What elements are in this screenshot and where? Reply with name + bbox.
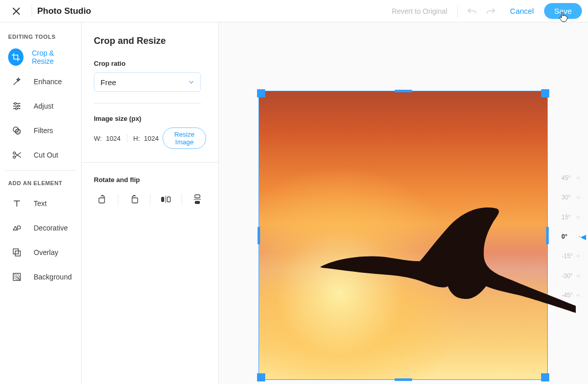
filters-icon <box>8 122 25 139</box>
svg-rect-12 <box>132 198 138 203</box>
sidebar-item-adjust[interactable]: Adjust <box>5 96 76 116</box>
crop-icon <box>8 48 23 66</box>
svg-rect-14 <box>167 197 170 202</box>
svg-point-6 <box>13 156 15 158</box>
divider <box>182 194 182 205</box>
cancel-link[interactable]: Cancel <box>510 7 534 15</box>
redo-icon <box>485 6 496 16</box>
sidebar-item-label: Crop & Resize <box>32 49 73 65</box>
scissors-icon <box>8 146 25 164</box>
sidebar-item-overlay[interactable]: Overlay <box>5 242 76 263</box>
crop-handle-br[interactable] <box>541 373 549 381</box>
sidebar-item-decorative[interactable]: Decorative <box>5 218 76 238</box>
sidebar-item-background[interactable]: Background <box>5 267 76 287</box>
sidebar-item-enhance[interactable]: Enhance <box>5 71 76 92</box>
sidebar-item-label: Background <box>34 273 72 281</box>
sidebar-item-text[interactable]: Text <box>5 193 76 214</box>
crop-ratio-value: Free <box>100 78 116 87</box>
properties-panel: Crop and Resize Crop ratio Free Image si… <box>82 22 219 384</box>
image-size-label: Image size (px) <box>94 115 206 122</box>
width-value: 1024 <box>106 135 121 142</box>
height-value: 1024 <box>144 135 159 142</box>
svg-rect-13 <box>161 197 164 202</box>
divider <box>94 103 201 104</box>
sidebar-item-crop-resize[interactable]: Crop & Resize <box>5 47 76 67</box>
overlay-icon <box>8 244 25 261</box>
pattern-icon <box>8 268 25 286</box>
svg-point-4 <box>15 129 20 134</box>
redo-button[interactable] <box>481 2 500 20</box>
panel-title: Crop and Resize <box>94 36 206 46</box>
flip-vertical-button[interactable] <box>189 191 206 208</box>
sidebar-item-label: Text <box>34 199 47 208</box>
rotation-step[interactable]: -30° <box>561 268 588 284</box>
svg-point-7 <box>17 226 20 229</box>
sidebar-item-label: Overlay <box>34 248 58 257</box>
sidebar-heading-tools: EDITING TOOLS <box>8 34 73 40</box>
shapes-icon <box>8 219 25 237</box>
undo-button[interactable] <box>463 2 481 20</box>
rotate-left-icon <box>129 194 139 204</box>
crop-ratio-dropdown[interactable]: Free <box>94 72 201 92</box>
sidebar-heading-elements: ADD AN ELEMENT <box>8 180 73 186</box>
svg-point-5 <box>13 152 15 154</box>
crop-frame[interactable] <box>259 91 548 380</box>
rotate-flip-label: Rotate and flip <box>94 176 206 184</box>
divider <box>127 134 127 142</box>
text-icon <box>8 195 25 212</box>
flip-horizontal-icon <box>160 194 171 204</box>
crop-ratio-label: Crop ratio <box>94 60 206 67</box>
sidebar-item-filters[interactable]: Filters <box>5 120 76 141</box>
rotate-right-icon <box>97 194 108 204</box>
app-title: Photo Studio <box>37 6 91 16</box>
rotate-left-button[interactable] <box>125 191 142 208</box>
sliders-icon <box>8 97 25 115</box>
image-dimensions: W: 1024 H: 1024 Resize Image <box>94 127 206 149</box>
sidebar-item-label: Adjust <box>34 102 54 110</box>
crop-handle-tr[interactable] <box>541 89 549 97</box>
svg-rect-16 <box>195 201 200 204</box>
crop-edge-bottom[interactable] <box>395 378 412 381</box>
resize-image-button[interactable]: Resize Image <box>163 127 206 149</box>
close-button[interactable] <box>6 1 27 21</box>
divider <box>457 5 458 17</box>
save-button[interactable]: Save <box>544 3 582 19</box>
divider <box>118 194 118 205</box>
svg-rect-15 <box>195 195 200 198</box>
svg-rect-11 <box>99 198 105 203</box>
rotation-step-current[interactable]: 0° ◀ <box>561 229 588 244</box>
bird-silhouette <box>311 207 576 316</box>
crop-handle-bl[interactable] <box>257 373 265 381</box>
main: EDITING TOOLS Crop & Resize Enhance Adju… <box>0 22 588 384</box>
divider <box>32 5 32 17</box>
crop-edge-left[interactable] <box>258 227 260 244</box>
revert-link[interactable]: Revert to Original <box>392 7 447 15</box>
svg-point-1 <box>17 105 19 107</box>
sidebar-item-label: Cut Out <box>34 151 58 159</box>
rotation-step[interactable]: 30° <box>561 190 588 205</box>
rotation-step[interactable]: 45° <box>561 170 588 186</box>
divider <box>150 194 150 205</box>
sidebar-item-label: Filters <box>34 126 53 135</box>
rotation-step[interactable]: -15° <box>561 248 588 264</box>
rotation-step[interactable]: 15° <box>561 210 588 225</box>
sidebar-item-cut-out[interactable]: Cut Out <box>5 145 76 165</box>
canvas-area[interactable]: 45° 30° 15° 0° ◀ -15° -30° -45° <box>219 22 588 384</box>
wand-icon <box>8 73 25 90</box>
crop-handle-tl[interactable] <box>257 89 265 97</box>
svg-rect-9 <box>15 251 20 256</box>
rotation-scale[interactable]: 45° 30° 15° 0° ◀ -15° -30° -45° <box>561 170 588 303</box>
svg-point-0 <box>14 103 16 105</box>
flip-vertical-icon <box>192 194 202 205</box>
sidebar-item-label: Decorative <box>34 224 68 232</box>
divider <box>82 162 218 163</box>
sidebar: EDITING TOOLS Crop & Resize Enhance Adju… <box>0 22 82 384</box>
flip-horizontal-button[interactable] <box>158 191 174 208</box>
crop-edge-top[interactable] <box>395 90 412 92</box>
rotate-right-button[interactable] <box>94 191 111 208</box>
header: Photo Studio Revert to Original Cancel S… <box>0 0 588 22</box>
crop-edge-right[interactable] <box>546 227 549 244</box>
chevron-down-icon <box>188 79 194 85</box>
rotation-step[interactable]: -45° <box>561 288 588 303</box>
sidebar-item-label: Enhance <box>34 78 62 86</box>
